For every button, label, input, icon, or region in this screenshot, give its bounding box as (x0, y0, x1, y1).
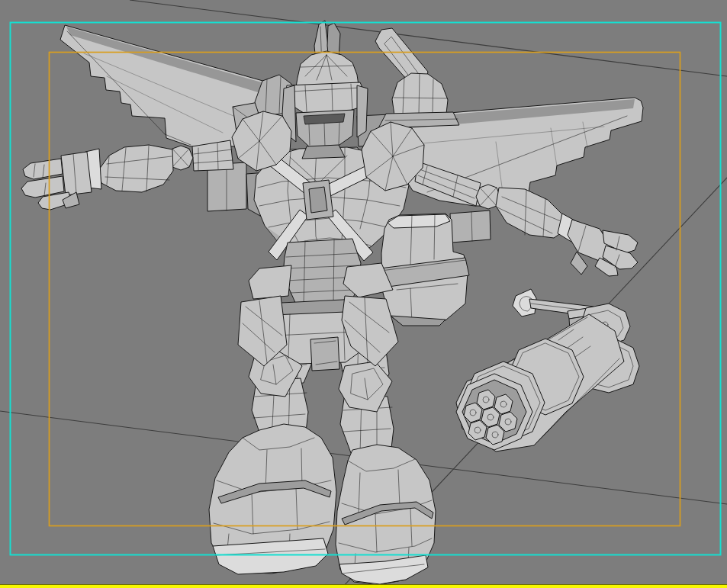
active-viewport-border (0, 585, 727, 588)
right-wing-root-block (450, 210, 491, 243)
minigun-muzzle-face (456, 374, 532, 450)
right-boot[interactable] (336, 445, 436, 585)
perspective-viewport[interactable] (0, 0, 727, 588)
chin (302, 145, 345, 159)
helmet-brow (285, 82, 366, 113)
cheek-guard-right (357, 85, 368, 137)
viewport-canvas[interactable] (0, 0, 727, 588)
